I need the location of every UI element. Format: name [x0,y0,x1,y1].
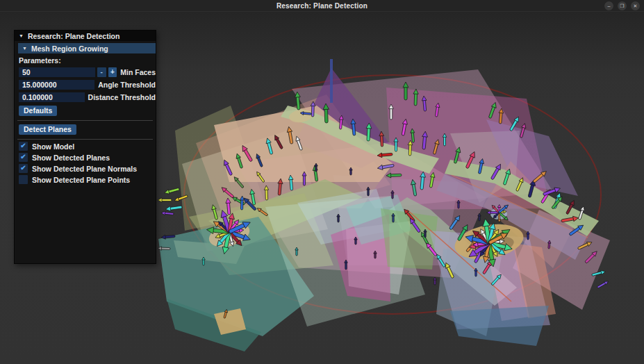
distance-threshold-input[interactable]: 0.100000 [19,92,85,102]
min-faces-input[interactable]: 50 [19,67,95,77]
angle-threshold-row: 15.000000 Angle Threshold [19,80,156,90]
min-faces-increment-button[interactable]: + [108,67,117,77]
window-titlebar[interactable]: Research: Plane Detection – ❐ ✕ [0,0,644,12]
min-faces-decrement-button[interactable]: - [97,67,106,77]
separator [17,120,153,121]
panel-titlebar[interactable]: ▼ Research: Plane Detection [15,31,156,41]
app-window: Research: Plane Detection – ❐ ✕ ▼ Resear… [0,0,644,364]
section-header-mesh-region-growing[interactable]: ▼ Mesh Region Growing [18,43,156,53]
checkbox-label: Show Model [32,142,74,151]
window-title: Research: Plane Detection [276,2,368,10]
distance-threshold-label: Distance Threshold [88,93,156,101]
checkbox-icon: ✔ [19,164,28,173]
window-controls: – ❐ ✕ [604,1,640,10]
checkbox-icon [19,175,28,184]
minimize-icon[interactable]: – [604,1,613,10]
maximize-icon[interactable]: ❐ [618,1,627,10]
checkbox-label: Show Detected Planes [32,154,110,162]
angle-threshold-input[interactable]: 15.000000 [19,80,94,90]
angle-threshold-label: Angle Threshold [98,81,156,89]
checkbox-label: Show Detected Plane Normals [32,165,137,173]
collapse-triangle-icon: ▼ [19,33,24,38]
min-faces-label: Min Faces [120,68,156,76]
checkbox-icon: ✔ [19,153,28,162]
checkbox-show-detected-plane-points[interactable]: Show Detected Plane Points [19,175,156,184]
detect-planes-button[interactable]: Detect Planes [19,124,76,135]
control-panel: ▼ Research: Plane Detection ▼ Mesh Regio… [14,30,156,264]
checkbox-show-model[interactable]: ✔ Show Model [19,142,156,151]
checkbox-label: Show Detected Plane Points [32,176,130,184]
panel-title: Research: Plane Detection [28,32,119,40]
collapse-triangle-icon: ▼ [22,46,27,51]
checkbox-show-detected-plane-normals[interactable]: ✔ Show Detected Plane Normals [19,164,156,173]
parameters-label: Parameters: [19,56,156,65]
checkbox-icon: ✔ [19,142,28,151]
close-icon[interactable]: ✕ [631,1,640,10]
checkbox-show-detected-planes[interactable]: ✔ Show Detected Planes [19,153,156,162]
separator [17,139,153,140]
section-title: Mesh Region Growing [31,44,108,53]
min-faces-row: 50 - + Min Faces [19,67,156,77]
defaults-button[interactable]: Defaults [19,106,57,116]
distance-threshold-row: 0.100000 Distance Threshold [19,92,156,102]
